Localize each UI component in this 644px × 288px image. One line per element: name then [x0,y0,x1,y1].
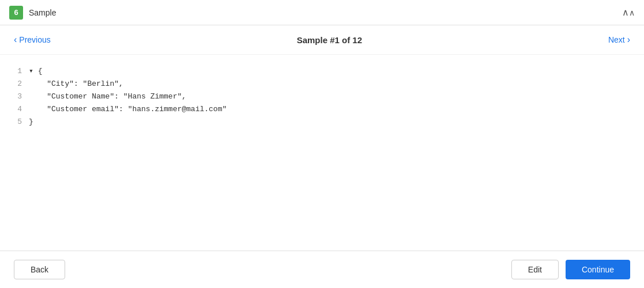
line-content: "City": "Berlin", [29,78,123,90]
code-line: 3 "Customer Name": "Hans Zimmer", [0,90,644,103]
next-button[interactable]: Next [608,35,630,45]
main-content: Previous Sample #1 of 12 Next 1▾ {2 "Cit… [0,25,644,288]
previous-label: Previous [19,35,50,44]
line-content: "Customer email": "hans.zimmer@mail.com" [29,103,227,116]
collapse-icon[interactable]: ∧ [622,7,635,18]
code-area: 1▾ {2 "City": "Berlin",3 "Customer Name"… [0,59,644,134]
line-content: "Customer Name": "Hans Zimmer", [29,90,186,103]
line-number: 1 [0,65,29,78]
line-number: 4 [0,103,29,116]
back-button[interactable]: Back [14,260,65,279]
header-left: 6 Sample [9,6,56,20]
chevron-right-icon [627,35,630,45]
code-section: 1▾ {2 "City": "Berlin",3 "Customer Name"… [0,55,644,251]
code-line: 2 "City": "Berlin", [0,78,644,90]
code-line: 4 "Customer email": "hans.zimmer@mail.co… [0,103,644,116]
header-title: Sample [29,8,56,17]
continue-button[interactable]: Continue [566,260,630,279]
chevron-left-icon [14,35,17,45]
code-line: 5} [0,116,644,128]
nav-bar: Previous Sample #1 of 12 Next [0,25,644,55]
sample-title: Sample #1 of 12 [297,35,362,45]
edit-button[interactable]: Edit [511,260,559,279]
line-number: 5 [0,116,29,128]
next-label: Next [608,35,625,44]
line-content: } [29,116,33,128]
previous-button[interactable]: Previous [14,35,51,45]
line-content: ▾ { [29,65,42,78]
step-badge: 6 [9,6,23,20]
code-line: 1▾ { [0,65,644,78]
line-number: 3 [0,90,29,103]
footer: Back Edit Continue [0,251,644,288]
line-number: 2 [0,78,29,90]
header-bar: 6 Sample ∧ [0,0,644,25]
footer-right: Edit Continue [511,260,630,279]
